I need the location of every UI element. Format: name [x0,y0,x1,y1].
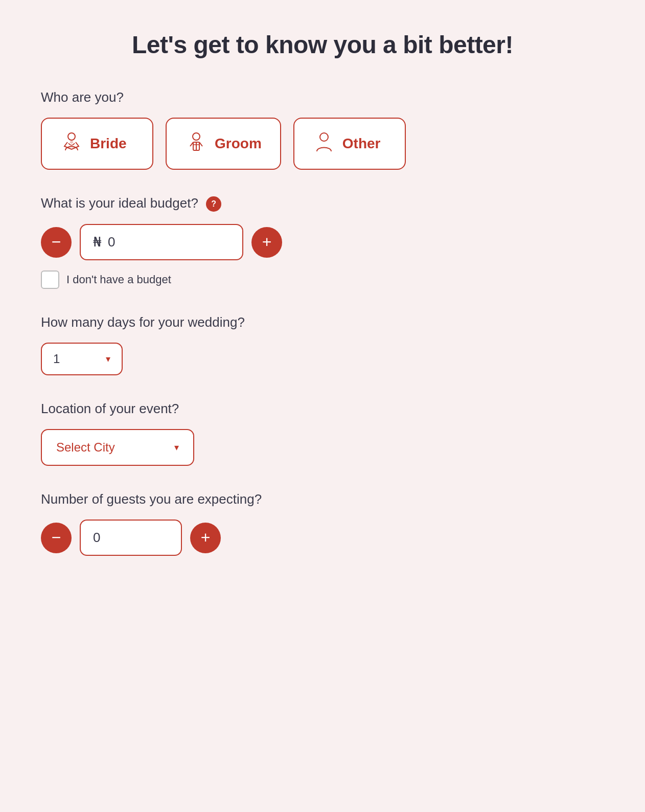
budget-section: What is your ideal budget? ? − ₦ 0 + I d… [41,195,604,289]
guests-decrease-button[interactable]: − [41,523,72,553]
who-are-you-section: Who are you? Bride [41,89,604,170]
guests-label: Number of guests you are expecting? [41,491,604,507]
currency-symbol: ₦ [93,234,102,250]
budget-value: 0 [108,234,139,250]
no-budget-row: I don't have a budget [41,270,604,289]
days-value: 1 [53,352,101,366]
role-cards-container: Bride Groom [41,118,604,170]
location-section: Location of your event? Select City ▾ [41,401,604,466]
svg-point-0 [68,133,75,140]
city-placeholder: Select City [56,440,169,455]
guests-input-wrapper: 0 [80,520,182,556]
wedding-days-label: How many days for your wedding? [41,314,604,330]
guests-stepper-row: − 0 + [41,520,604,556]
budget-help-icon[interactable]: ? [206,196,221,212]
budget-stepper-row: − ₦ 0 + [41,224,604,260]
svg-point-2 [193,133,200,140]
budget-decrease-button[interactable]: − [41,227,72,258]
budget-label: What is your ideal budget? ? [41,195,604,212]
svg-point-6 [320,133,328,141]
groom-icon [185,131,208,156]
days-dropdown[interactable]: 1 ▾ [41,343,123,375]
city-dropdown[interactable]: Select City ▾ [41,429,194,466]
svg-point-1 [70,141,73,144]
role-card-groom[interactable]: Groom [166,118,281,170]
other-person-icon [313,131,335,156]
city-dropdown-arrow-icon: ▾ [174,442,179,453]
budget-input-wrapper: ₦ 0 [80,224,243,260]
guests-increase-button[interactable]: + [190,523,221,553]
who-are-you-label: Who are you? [41,89,604,105]
guests-value: 0 [93,530,100,546]
other-label: Other [342,136,381,152]
guests-section: Number of guests you are expecting? − 0 … [41,491,604,556]
no-budget-label: I don't have a budget [66,273,171,286]
bride-label: Bride [90,136,127,152]
no-budget-checkbox[interactable] [41,270,59,289]
bride-icon [60,131,83,156]
budget-increase-button[interactable]: + [251,227,282,258]
groom-label: Groom [215,136,262,152]
page-title: Let's get to know you a bit better! [41,31,604,59]
role-card-other[interactable]: Other [293,118,406,170]
days-dropdown-arrow-icon: ▾ [106,353,110,365]
role-card-bride[interactable]: Bride [41,118,153,170]
wedding-days-section: How many days for your wedding? 1 ▾ [41,314,604,375]
location-label: Location of your event? [41,401,604,417]
